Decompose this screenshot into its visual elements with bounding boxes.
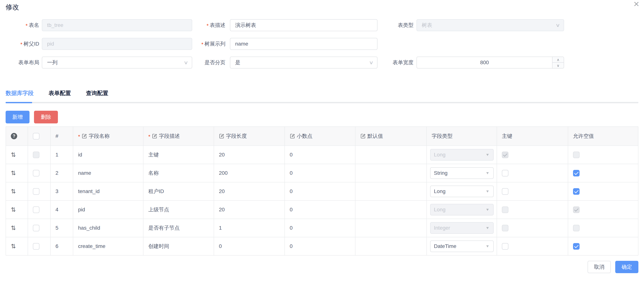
field-name-cell[interactable]: id <box>78 152 82 158</box>
sort-handle-icon[interactable]: ⇅ <box>11 224 16 232</box>
field-desc-cell[interactable]: 上级节点 <box>148 206 169 213</box>
row-checkbox[interactable] <box>33 243 40 250</box>
table-row: ⇅ 3 tenant_id 租户ID 20 0 Long ▼ <box>6 182 638 201</box>
tree-display-label: 树展示列 <box>192 40 226 48</box>
stepper-up-icon[interactable]: ∧ <box>552 57 564 63</box>
form-width-value: 800 <box>417 60 564 66</box>
nullable-checkbox[interactable] <box>573 188 580 195</box>
row-index: 5 <box>56 225 58 231</box>
delete-button[interactable]: 删除 <box>34 111 58 124</box>
decimals-cell[interactable]: 0 <box>290 152 293 158</box>
sort-handle-icon[interactable]: ⇅ <box>11 206 16 213</box>
stepper-down-icon[interactable]: ∨ <box>552 63 564 68</box>
field-name-cell[interactable]: create_time <box>78 243 105 249</box>
row-checkbox[interactable] <box>33 170 40 176</box>
tree-parent-value: pid <box>47 41 54 47</box>
sort-handle-icon[interactable]: ⇅ <box>11 243 16 250</box>
type-select: Long ▼ <box>430 149 494 160</box>
decimals-cell[interactable]: 0 <box>290 243 293 249</box>
edit-icon <box>152 133 158 139</box>
help-icon[interactable]: ? <box>11 133 17 139</box>
header-field-name-label: 字段名称 <box>89 132 110 140</box>
fields-table: ? # * 字段名称 * 字段描述 字段长度 <box>6 126 638 256</box>
form-layout-select[interactable]: 一列 ∨ <box>42 56 192 68</box>
table-row: ⇅ 5 has_child 是否有子节点 1 0 Integer ▼ <box>6 219 638 237</box>
length-cell[interactable]: 200 <box>219 170 228 176</box>
nullable-checkbox[interactable] <box>573 170 580 176</box>
add-button[interactable]: 新增 <box>6 111 30 124</box>
table-header-row: ? # * 字段名称 * 字段描述 字段长度 <box>6 127 638 146</box>
caret-down-icon: ▼ <box>486 153 490 157</box>
row-checkbox[interactable] <box>33 206 40 213</box>
row-index: 2 <box>56 170 58 176</box>
field-name-cell[interactable]: name <box>78 170 91 176</box>
length-cell[interactable]: 0 <box>219 243 222 249</box>
type-select[interactable]: DateTime ▼ <box>430 240 494 252</box>
form-width-stepper[interactable]: 800 ∧ ∨ <box>416 56 564 68</box>
decimals-cell[interactable]: 0 <box>290 207 293 213</box>
type-value: Long <box>434 152 446 158</box>
active-tab-indicator <box>6 102 32 103</box>
cancel-button[interactable]: 取消 <box>588 261 611 273</box>
nullable-checkbox[interactable] <box>573 243 580 250</box>
length-cell[interactable]: 1 <box>219 225 222 231</box>
length-cell[interactable]: 20 <box>219 207 225 213</box>
tab-form-config[interactable]: 表单配置 <box>48 90 71 102</box>
row-checkbox[interactable] <box>33 188 40 195</box>
field-desc-cell[interactable]: 名称 <box>148 170 159 176</box>
primary-key-checkbox[interactable] <box>502 243 508 250</box>
table-row: ⇅ 6 create_time 创建时间 0 0 DateTime ▼ <box>6 237 638 255</box>
header-primary-key: 主键 <box>497 127 568 146</box>
close-icon[interactable]: ✕ <box>633 0 640 8</box>
primary-key-checkbox[interactable] <box>502 170 508 176</box>
length-cell[interactable]: 20 <box>219 188 225 194</box>
decimals-cell[interactable]: 0 <box>290 188 293 194</box>
row-index: 1 <box>56 152 58 158</box>
page-title: 修改 <box>6 0 638 12</box>
primary-key-checkbox <box>502 152 508 158</box>
sort-handle-icon[interactable]: ⇅ <box>11 151 16 158</box>
decimals-cell[interactable]: 0 <box>290 170 293 176</box>
header-default: 默认值 <box>356 127 427 146</box>
field-name-cell[interactable]: pid <box>78 207 85 213</box>
header-select-all <box>28 127 50 146</box>
field-desc-cell[interactable]: 租户ID <box>148 188 164 195</box>
header-index-label: # <box>56 133 58 139</box>
tab-database-fields[interactable]: 数据库字段 <box>6 90 34 102</box>
nullable-checkbox <box>573 225 580 231</box>
table-desc-value: 演示树表 <box>235 22 256 29</box>
sort-handle-icon[interactable]: ⇅ <box>11 170 16 176</box>
decimals-cell[interactable]: 0 <box>290 225 293 231</box>
edit-icon <box>360 133 366 139</box>
header-field-name: * 字段名称 <box>73 127 144 146</box>
caret-down-icon: ▼ <box>486 189 490 194</box>
dialog-footer: 取消 确定 <box>6 261 638 273</box>
confirm-button[interactable]: 确定 <box>615 261 638 273</box>
pagination-label: 是否分页 <box>192 59 226 66</box>
form-row-1: 表名 tb_tree 表描述 演示树表 表类型 树表 ∨ <box>6 19 638 31</box>
table-desc-input[interactable]: 演示树表 <box>230 19 378 31</box>
field-name-cell[interactable]: has_child <box>78 225 100 231</box>
nullable-checkbox <box>573 152 580 158</box>
primary-key-checkbox[interactable] <box>502 188 508 195</box>
caret-down-icon: ▼ <box>486 171 490 175</box>
field-desc-cell[interactable]: 是否有子节点 <box>148 224 180 232</box>
select-all-checkbox[interactable] <box>33 133 40 140</box>
tab-query-config[interactable]: 查询配置 <box>86 90 108 102</box>
type-value: Long <box>434 188 446 194</box>
row-checkbox[interactable] <box>33 225 40 231</box>
length-cell[interactable]: 20 <box>219 152 225 158</box>
caret-down-icon: ▼ <box>486 226 490 230</box>
type-select[interactable]: Long ▼ <box>430 186 494 197</box>
field-desc-cell[interactable]: 主键 <box>148 151 159 158</box>
type-select[interactable]: String ▼ <box>430 167 494 179</box>
field-name-cell[interactable]: tenant_id <box>78 188 100 194</box>
chevron-down-icon: ∨ <box>369 60 374 66</box>
field-desc-cell[interactable]: 创建时间 <box>148 243 169 250</box>
tab-track <box>6 102 638 103</box>
tree-display-input[interactable]: name <box>230 38 378 50</box>
header-nullable-label: 允许空值 <box>573 132 594 140</box>
pagination-select[interactable]: 是 ∨ <box>230 56 378 68</box>
sort-handle-icon[interactable]: ⇅ <box>11 188 16 195</box>
stepper-buttons: ∧ ∨ <box>552 57 564 68</box>
